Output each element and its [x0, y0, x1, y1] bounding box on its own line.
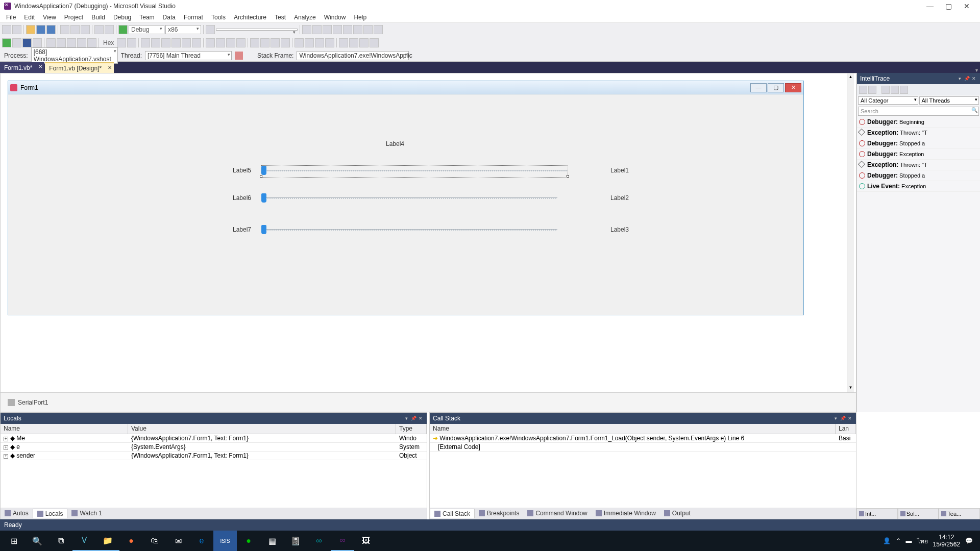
intelli-search-input[interactable]: Search [858, 107, 979, 116]
serialport-component[interactable]: SerialPort1 [18, 399, 48, 406]
explorer-icon[interactable]: 📁 [96, 531, 119, 551]
toolbar-button[interactable] [325, 38, 334, 47]
bottom-tab-output[interactable]: Output [660, 509, 695, 518]
system-clock[interactable]: 14:12 15/9/2562 [933, 534, 960, 548]
toolbar-button[interactable] [117, 38, 126, 47]
toolbar-button[interactable] [281, 38, 290, 47]
process-select[interactable]: [668] WindowsApplication7.vshost [31, 47, 118, 64]
form1-window[interactable]: Form1 — ▢ ✕ Label4 Label5 Label6 Label7 … [8, 81, 804, 315]
edge-icon[interactable]: e [190, 531, 213, 551]
locals-row[interactable]: +◆ sender{WindowsApplication7.Form1, Tex… [1, 452, 427, 460]
intelli-toolbar-button[interactable] [891, 86, 899, 94]
align-middle-icon[interactable] [182, 38, 191, 47]
intelli-toolbar-button[interactable] [881, 86, 890, 94]
taskview-icon[interactable]: ⧉ [49, 531, 72, 551]
intelli-event[interactable]: Exception: Thrown: "T [857, 160, 980, 170]
paste-icon[interactable] [81, 25, 90, 34]
intelli-event[interactable]: Exception: Thrown: "T [857, 128, 980, 138]
trackbar2[interactable] [261, 193, 557, 205]
bottom-tab-watch-1[interactable]: Watch 1 [67, 509, 106, 518]
intelli-toolbar-button[interactable] [868, 86, 876, 94]
menu-architecture[interactable]: Architecture [230, 13, 271, 22]
panel-menu-icon[interactable]: ▾ [403, 416, 409, 421]
toolbar-button[interactable] [206, 25, 215, 34]
scrollbar-vertical[interactable]: ▲ ▼ [847, 73, 854, 392]
thread-icon[interactable] [235, 52, 243, 60]
panel-pin-icon[interactable]: 📌 [410, 416, 416, 421]
side-tab[interactable]: Int... [856, 508, 898, 519]
toolbar-button[interactable] [216, 38, 225, 47]
bottom-tab-immediate-window[interactable]: Immediate Window [592, 509, 660, 518]
step-into-icon[interactable] [46, 38, 56, 47]
toolbar-button[interactable] [127, 38, 136, 47]
trackbar3[interactable] [261, 225, 557, 236]
find-combo[interactable] [216, 29, 298, 31]
toolbar-button[interactable] [87, 38, 96, 47]
menu-file[interactable]: File [2, 13, 20, 22]
panel-menu-icon[interactable]: ▾ [832, 416, 839, 421]
toolbar-button[interactable] [305, 38, 314, 47]
notifications-icon[interactable]: 💬 [965, 537, 973, 544]
start-icon[interactable] [118, 25, 128, 34]
menu-test[interactable]: Test [271, 13, 290, 22]
toolbar-button[interactable] [312, 25, 322, 34]
tab-close-icon[interactable]: ✕ [108, 65, 112, 70]
toolbar-button[interactable] [295, 38, 304, 47]
bottom-tab-autos[interactable]: Autos [1, 509, 33, 518]
align-right-icon[interactable] [161, 38, 170, 47]
arduino-icon[interactable]: ∞ [307, 531, 331, 551]
col-name[interactable]: Name [1, 424, 128, 434]
label7[interactable]: Label7 [233, 226, 251, 233]
align-left-icon[interactable] [141, 38, 150, 47]
toolbar-button[interactable] [271, 38, 280, 47]
step-over-icon[interactable] [57, 38, 66, 47]
menu-data[interactable]: Data [159, 13, 180, 22]
toolbar-button[interactable] [315, 38, 324, 47]
intelli-toolbar-button[interactable] [900, 86, 908, 94]
toolbar-button[interactable] [2, 25, 11, 34]
tab-close-icon[interactable]: ✕ [38, 64, 42, 69]
continue-icon[interactable] [2, 38, 11, 47]
document-tab[interactable]: Form1.vb*✕ [0, 62, 44, 73]
locals-row[interactable]: +◆ e{System.EventArgs}System [1, 443, 427, 452]
menu-tools[interactable]: Tools [207, 13, 230, 22]
toolbar-button[interactable] [236, 38, 246, 47]
toolbar-button[interactable] [260, 38, 270, 47]
mail-icon[interactable]: ✉ [166, 531, 190, 551]
menu-team[interactable]: Team [135, 13, 158, 22]
menu-project[interactable]: Project [60, 13, 87, 22]
intelli-event[interactable]: Debugger: Exception [857, 149, 980, 160]
taskbar-app[interactable]: 📓 [284, 531, 307, 551]
thread-filter[interactable]: All Threads [919, 96, 979, 105]
tray-chevron-icon[interactable]: ⌃ [896, 537, 901, 544]
col-value[interactable]: Value [128, 424, 396, 434]
hex-toggle[interactable]: Hex [101, 39, 116, 46]
open-icon[interactable] [26, 25, 35, 34]
panel-pin-icon[interactable]: 📌 [840, 416, 846, 421]
save-icon[interactable] [36, 25, 45, 34]
menu-format[interactable]: Format [180, 13, 207, 22]
bottom-tab-call-stack[interactable]: Call Stack [430, 509, 475, 518]
toolbar-button[interactable] [302, 25, 311, 34]
bottom-tab-breakpoints[interactable]: Breakpoints [475, 509, 523, 518]
intelli-event[interactable]: Debugger: Stopped a [857, 170, 980, 181]
toolbar-button[interactable] [250, 38, 259, 47]
photos-icon[interactable]: 🖼 [354, 531, 378, 551]
form-maximize-button[interactable]: ▢ [768, 83, 784, 92]
locals-row[interactable]: +◆ Me{WindowsApplication7.Form1, Text: F… [1, 434, 427, 443]
label5[interactable]: Label5 [233, 167, 251, 174]
panel-close-icon[interactable]: ✕ [847, 416, 853, 421]
category-filter[interactable]: All Categor [858, 96, 918, 105]
label1[interactable]: Label1 [610, 167, 629, 174]
config-select[interactable]: Debug [129, 25, 164, 34]
close-button[interactable]: ✕ [958, 2, 976, 10]
tab-dropdown-icon[interactable]: ▾ [973, 67, 980, 73]
undo-icon[interactable] [94, 25, 104, 34]
thread-icon[interactable] [246, 52, 254, 60]
minimize-button[interactable]: — [921, 2, 939, 10]
callstack-row[interactable]: ➜ WindowsApplication7.exe!WindowsApplica… [430, 434, 856, 443]
taskbar-app[interactable]: V [72, 531, 96, 551]
platform-select[interactable]: x86 [165, 25, 201, 34]
menu-window[interactable]: Window [320, 13, 350, 22]
people-icon[interactable]: 👤 [883, 537, 891, 544]
